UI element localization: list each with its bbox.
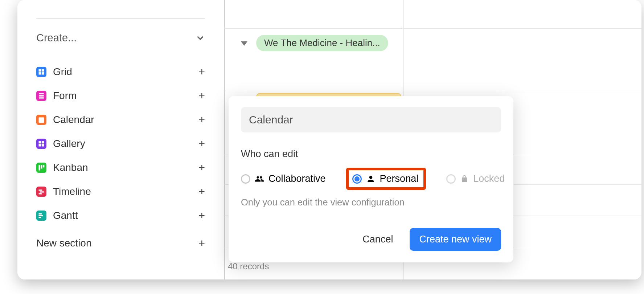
radio-personal-label: Personal [380, 173, 419, 184]
view-label: Calendar [53, 114, 94, 126]
view-type-gallery[interactable]: Gallery + [36, 132, 205, 156]
group-title-pill[interactable]: We The Medicine - Healin... [256, 35, 388, 51]
view-label: Gallery [53, 138, 85, 150]
highlight-personal: Personal [346, 168, 426, 190]
view-label: Grid [53, 66, 72, 78]
radio-collaborative[interactable]: Collaborative [241, 173, 326, 184]
new-section-row[interactable]: New section + [36, 231, 205, 255]
sidebar: Create... Grid + Form + Calendar + Galle… [17, 0, 224, 279]
view-label: Kanban [53, 162, 88, 173]
plus-icon: + [198, 90, 205, 102]
users-icon [255, 174, 264, 184]
gallery-icon [36, 139, 46, 149]
row-divider [224, 28, 641, 29]
lock-icon [460, 175, 469, 183]
row-divider [224, 91, 641, 91]
create-toggle[interactable]: Create... [36, 32, 205, 44]
plus-icon: + [198, 114, 205, 126]
kanban-icon [36, 163, 46, 173]
radio-personal[interactable]: Personal [352, 173, 419, 184]
grid-icon [36, 67, 46, 77]
form-icon [36, 91, 46, 101]
radio-button-icon [446, 174, 456, 184]
radio-button-icon [352, 174, 362, 184]
plus-icon: + [198, 209, 205, 222]
gantt-icon [36, 211, 46, 221]
create-label: Create... [36, 32, 77, 44]
create-view-button[interactable]: Create new view [410, 228, 501, 251]
calendar-icon [36, 115, 46, 125]
timeline-icon [36, 187, 46, 197]
cancel-button[interactable]: Cancel [356, 229, 399, 250]
view-type-grid[interactable]: Grid + [36, 60, 205, 84]
view-type-calendar[interactable]: Calendar + [36, 108, 205, 132]
radio-button-icon [241, 174, 250, 184]
radio-locked: Locked [446, 173, 505, 184]
view-label: Timeline [53, 186, 91, 197]
view-label: Form [53, 90, 77, 102]
view-type-form[interactable]: Form + [36, 84, 205, 108]
view-name-input[interactable] [241, 107, 501, 132]
create-view-modal: Who can edit Collaborative Personal Lock… [229, 96, 513, 262]
caret-down-icon[interactable] [241, 41, 247, 46]
view-label: Gantt [53, 210, 78, 221]
plus-icon: + [198, 138, 205, 150]
chevron-down-icon [196, 33, 205, 43]
edit-permission-group: Collaborative Personal Locked [241, 168, 501, 190]
radio-collaborative-label: Collaborative [268, 173, 326, 184]
plus-icon: + [198, 66, 205, 78]
user-icon [366, 174, 376, 184]
plus-icon: + [198, 237, 205, 249]
permission-hint: Only you can edit the view configuration [241, 197, 501, 208]
view-type-gantt[interactable]: Gantt + [36, 204, 205, 228]
new-section-label: New section [36, 237, 92, 249]
view-type-timeline[interactable]: Timeline + [36, 180, 205, 204]
records-footer: 40 records [228, 261, 269, 271]
view-type-kanban[interactable]: Kanban + [36, 156, 205, 180]
column-divider [224, 0, 225, 279]
who-can-edit-label: Who can edit [241, 148, 501, 160]
plus-icon: + [198, 185, 205, 198]
plus-icon: + [198, 162, 205, 174]
radio-locked-label: Locked [473, 173, 505, 184]
divider [36, 18, 205, 19]
